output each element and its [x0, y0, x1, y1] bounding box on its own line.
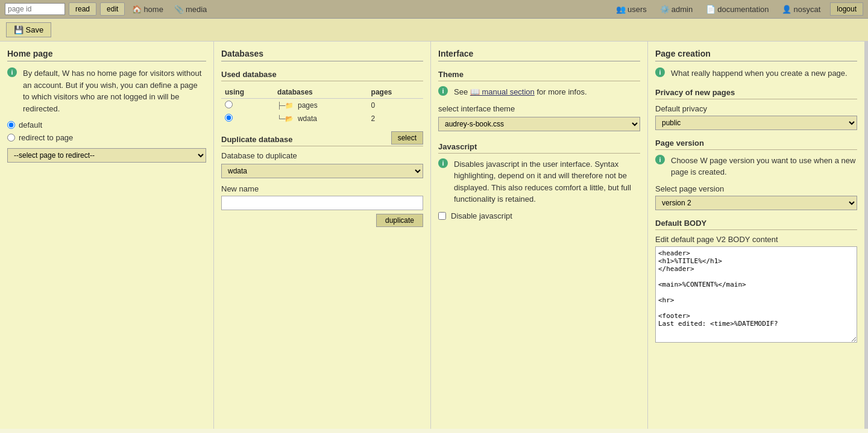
creation-info-block: i What really happend when you create a … [655, 67, 857, 79]
row2-db: └─📂 wdata [274, 112, 368, 125]
gear-icon: ⚙️ [660, 5, 670, 14]
duplicate-button[interactable]: duplicate [376, 214, 423, 227]
row1-using [221, 99, 274, 113]
logout-button[interactable]: logout [830, 2, 863, 16]
creation-info-text: What really happend when you create a ne… [671, 67, 857, 79]
doc-icon: 📄 [706, 5, 715, 14]
tree-icon-2: └─📂 [277, 115, 298, 123]
databases-table: using databases pages ├─📁 pages 0 [221, 86, 423, 125]
default-radio-label[interactable]: default [7, 120, 206, 129]
documentation-link[interactable]: 📄 documentation [702, 4, 772, 15]
home-page-panel: Home page i By default, W has no home pa… [0, 42, 214, 429]
javascript-title: Javascript [438, 142, 640, 154]
version-info-block: i Choose W page version you want to use … [655, 155, 857, 178]
home-description: By default, W has no home page for visit… [23, 67, 206, 114]
home-icon: 🏠 [132, 5, 142, 14]
theme-info-block: i See 📖 manual section for more infos. [438, 86, 640, 98]
default-body-title: Default BODY [655, 219, 857, 230]
user-link[interactable]: 👤 nosycat [778, 4, 824, 15]
interface-panel-title: Interface [438, 49, 640, 61]
redirect-radio-label[interactable]: redirect to page [7, 133, 206, 142]
new-name-label: New name [221, 184, 259, 193]
db-radio-pages[interactable] [225, 101, 233, 108]
redirect-page-select[interactable]: --select page to redirect-- [7, 148, 206, 163]
info-icon: i [7, 67, 17, 77]
row2-pages: 2 [368, 112, 423, 125]
table-row: ├─📁 pages 0 [221, 99, 423, 113]
js-description: Disables javascript in the user interfac… [454, 158, 640, 205]
redirect-radio[interactable] [7, 134, 15, 142]
theme-title: Theme [438, 70, 640, 81]
table-row: └─📂 wdata 2 [221, 112, 423, 125]
db-radio-wdata[interactable] [225, 114, 233, 122]
disable-js-checkbox[interactable] [438, 212, 446, 220]
home-info-block: i By default, W has no home page for vis… [7, 67, 206, 114]
user-icon: 👤 [782, 5, 791, 14]
privacy-select[interactable]: public private protected [655, 116, 857, 130]
row1-pages: 0 [368, 99, 423, 113]
theme-info-text: See 📖 manual section for more infos. [454, 86, 640, 98]
media-icon: 📎 [174, 5, 184, 14]
db-to-duplicate-select[interactable]: wdata pages [221, 164, 423, 178]
databases-panel: Databases Used database using databases … [214, 42, 431, 429]
default-privacy-label: Default privacy [655, 104, 707, 113]
databases-panel-title: Databases [221, 49, 423, 61]
version-info-icon: i [655, 155, 665, 164]
row1-db: ├─📁 pages [274, 99, 368, 113]
read-button[interactable]: read [69, 2, 96, 16]
creation-panel: Page creation i What really happend when… [648, 42, 865, 429]
topbar: read edit 🏠 home 📎 media 👥 users ⚙️ admi… [0, 0, 868, 19]
users-icon: 👥 [616, 5, 626, 14]
users-link[interactable]: 👥 users [612, 4, 650, 15]
edit-body-label: Edit default page V2 BODY content [655, 235, 778, 244]
scrollbar[interactable] [865, 42, 868, 429]
creation-info-icon: i [655, 67, 665, 77]
used-database-title: Used database [221, 70, 423, 81]
version-title: Page version [655, 139, 857, 150]
select-db-button[interactable]: select [391, 131, 423, 145]
home-link[interactable]: 🏠 home [128, 4, 167, 15]
media-link[interactable]: 📎 media [171, 4, 210, 15]
select-theme-label: select interface theme [438, 104, 515, 113]
nav-right: 👥 users ⚙️ admin 📄 documentation 👤 nosyc… [612, 2, 863, 16]
tree-icon-1: ├─📁 [277, 102, 298, 110]
admin-link[interactable]: ⚙️ admin [656, 4, 696, 15]
edit-button[interactable]: edit [100, 2, 125, 16]
save-button[interactable]: 💾 Save [6, 22, 51, 37]
db-to-duplicate-label: Database to duplicate [221, 151, 297, 160]
js-info-block: i Disables javascript in the user interf… [438, 158, 640, 205]
default-radio[interactable] [7, 121, 15, 129]
creation-panel-title: Page creation [655, 49, 857, 61]
main-content: Home page i By default, W has no home pa… [0, 42, 868, 429]
col-databases: databases [274, 86, 368, 99]
version-info-text: Choose W page version you want to use wh… [671, 155, 857, 178]
theme-select[interactable]: audrey-s-book.css default.css dark.css [438, 117, 640, 131]
home-radio-group: default redirect to page [7, 120, 206, 142]
select-version-label: Select page version [655, 184, 724, 193]
disable-js-row: Disable javascript [438, 211, 640, 220]
theme-info-icon: i [438, 86, 448, 96]
interface-panel: Interface Theme i See 📖 manual section f… [431, 42, 648, 429]
col-pages: pages [368, 86, 423, 99]
privacy-title: Privacy of new pages [655, 88, 857, 99]
manual-section-link[interactable]: 📖 manual section [470, 87, 535, 96]
new-name-input[interactable] [221, 196, 423, 210]
disable-js-label: Disable javascript [451, 211, 512, 220]
row2-using [221, 112, 274, 125]
col-using: using [221, 86, 274, 99]
home-panel-title: Home page [7, 49, 206, 61]
savebar: 💾 Save [0, 19, 868, 42]
redirect-select-wrap: --select page to redirect-- [7, 148, 206, 163]
version-select[interactable]: version 2 version 1 [655, 196, 857, 210]
page-id-input[interactable] [5, 3, 65, 15]
body-textarea[interactable]: <header> <h1>%TITLE%</h1> </header> <mai… [655, 246, 857, 343]
default-option-text: default [19, 120, 42, 129]
redirect-option-text: redirect to page [19, 133, 73, 142]
js-info-icon: i [438, 158, 448, 168]
